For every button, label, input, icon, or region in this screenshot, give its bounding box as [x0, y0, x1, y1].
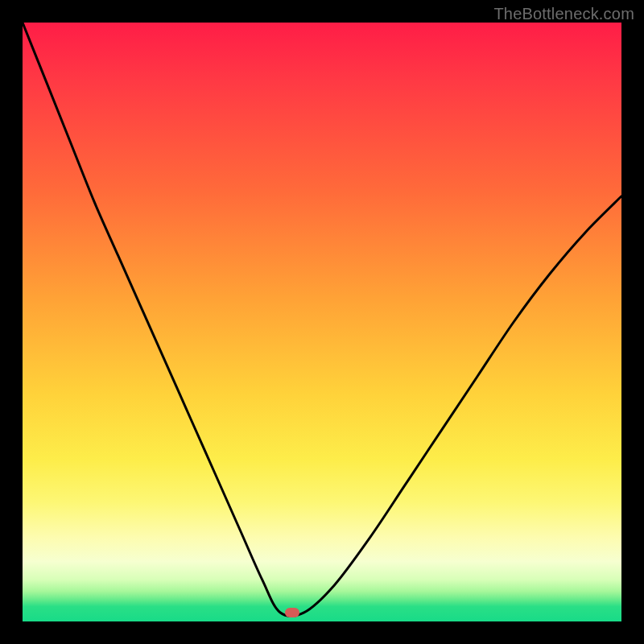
- min-marker: [285, 608, 299, 617]
- curve-path: [23, 23, 621, 617]
- plot-area: [23, 23, 621, 621]
- chart-frame: TheBottleneck.com: [0, 0, 644, 644]
- watermark-text: TheBottleneck.com: [493, 5, 634, 23]
- bottleneck-curve: [23, 23, 621, 621]
